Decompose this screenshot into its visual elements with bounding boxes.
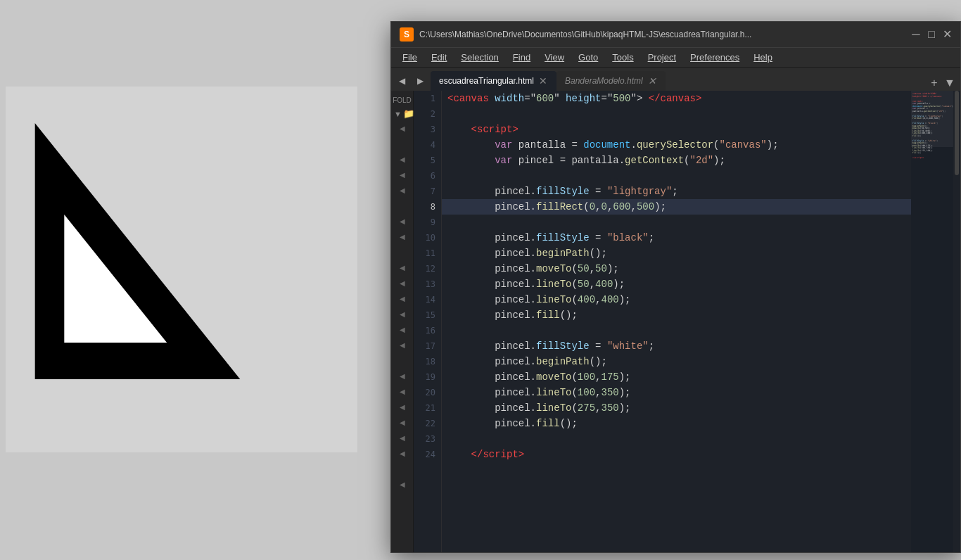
- num-175: 175: [601, 369, 618, 385]
- fold-arrow-7: ◀: [400, 213, 405, 229]
- sidebar-folder-icon[interactable]: 📁: [403, 108, 414, 119]
- fold-arrows: ◀ ◀ ◀ ◀ ◀ ◀: [400, 120, 405, 492]
- code-line-22: pincel. fill ();: [442, 416, 911, 431]
- fold-arrow-10: ◀: [400, 260, 405, 275]
- sidebar-fold-label: FOLD: [391, 94, 413, 107]
- fold-arrow-icon-14: ◀: [400, 326, 405, 333]
- tag-script-close: </script>: [471, 447, 525, 462]
- line-num-13: 13: [414, 276, 441, 292]
- attr-height: height: [566, 91, 601, 106]
- num-500: 500: [637, 199, 654, 215]
- menu-view[interactable]: View: [539, 51, 570, 64]
- minimap: <canvas width="600" height="500"> </canv…: [911, 91, 953, 552]
- line-num-3: 3: [414, 122, 441, 137]
- line-num-23: 23: [414, 431, 441, 447]
- minimize-button[interactable]: ─: [911, 30, 921, 39]
- tab-dropdown-button[interactable]: ▼: [942, 75, 957, 91]
- attr-width: width: [495, 91, 524, 106]
- code-line-13: pincel. lineTo ( 50 , 400 );: [442, 276, 911, 292]
- line-num-7: 7: [414, 184, 441, 199]
- tab-inactive-close[interactable]: ✕: [647, 76, 657, 86]
- tab-prev-button[interactable]: ◀: [394, 71, 409, 91]
- fold-arrow-icon-20: ◀: [400, 419, 405, 426]
- tab-active[interactable]: escuadreaTriangular.html ✕: [431, 71, 556, 91]
- method-lineto-2: lineTo: [536, 292, 571, 307]
- tab-add-button[interactable]: +: [927, 75, 942, 91]
- maximize-button[interactable]: □: [927, 30, 936, 39]
- code-line-2: [442, 106, 911, 122]
- fold-space-9: [400, 244, 405, 260]
- fold-arrow-17: ◀: [400, 368, 405, 383]
- menu-tools[interactable]: Tools: [606, 51, 639, 64]
- prop-fillstyle-3: fillStyle: [536, 338, 590, 354]
- menu-help[interactable]: Help: [748, 51, 778, 64]
- line-num-8: 8: [414, 199, 441, 215]
- menu-goto[interactable]: Goto: [573, 51, 604, 64]
- code-area[interactable]: <canvas width =" 600 " height =" 500 "> …: [442, 91, 911, 552]
- scrollbar-thumb[interactable]: [955, 91, 959, 175]
- vertical-scrollbar[interactable]: [953, 91, 960, 552]
- tab-bar: ◀ ▶ escuadreaTriangular.html ✕ BanderaMo…: [391, 67, 960, 91]
- fold-arrow-18: ◀: [400, 383, 405, 399]
- menu-edit[interactable]: Edit: [426, 51, 452, 64]
- num-50-3: 50: [578, 276, 590, 292]
- fold-arrow-21: ◀: [400, 430, 405, 445]
- line-num-24: 24: [414, 447, 441, 462]
- tab-inactive[interactable]: BanderaModelo.html ✕: [556, 71, 666, 91]
- val-500: 500: [613, 91, 630, 106]
- code-line-14: pincel. lineTo ( 400 , 400 );: [442, 292, 911, 307]
- line-num-9: 9: [414, 215, 441, 230]
- val-600: 600: [536, 91, 554, 106]
- menu-preferences[interactable]: Preferences: [685, 51, 745, 64]
- preview-canvas: [0, 51, 407, 509]
- line-num-1: 1: [414, 91, 441, 106]
- line-numbers-gutter: 1 2 3 4 5 6 7 8 9 10 11 12 13 14 15 16 1…: [414, 91, 442, 552]
- fold-arrow-icon-21: ◀: [400, 434, 405, 442]
- menu-project[interactable]: Project: [642, 51, 682, 64]
- num-0-2: 0: [601, 199, 606, 215]
- str-black: "black": [607, 230, 649, 246]
- tab-inactive-label: BanderaModelo.html: [565, 76, 643, 86]
- line-num-15: 15: [414, 307, 441, 323]
- code-line-19: pincel. moveTo ( 100 , 175 );: [442, 369, 911, 385]
- line-num-12: 12: [414, 261, 441, 276]
- window-title: C:\Users\Mathias\OneDrive\Documentos\Git…: [419, 30, 751, 39]
- title-bar: S C:\Users\Mathias\OneDrive\Documentos\G…: [391, 22, 960, 47]
- sublime-icon: S: [400, 27, 414, 42]
- tab-next-button[interactable]: ▶: [412, 71, 428, 91]
- method-getcontext: getContext: [625, 153, 684, 168]
- fold-arrow-icon-13: ◀: [400, 310, 405, 318]
- line-num-10: 10: [414, 230, 441, 246]
- minimap-slider[interactable]: [911, 91, 953, 147]
- fold-arrow-icon-1: ◀: [400, 125, 405, 132]
- tab-active-label: escuadreaTriangular.html: [439, 76, 534, 86]
- tab-active-close[interactable]: ✕: [538, 76, 548, 86]
- code-line-10: pincel. fillStyle = "black" ;: [442, 230, 911, 246]
- code-line-12: pincel. moveTo ( 50 , 50 );: [442, 261, 911, 276]
- fold-arrow-icon-10: ◀: [400, 264, 405, 272]
- num-50-2: 50: [595, 261, 607, 276]
- fold-arrow-4: ◀: [400, 167, 405, 182]
- fold-arrow-1: ◀: [400, 120, 405, 136]
- fold-space-23: [400, 461, 405, 476]
- method-beginpath-1: beginPath: [536, 246, 590, 261]
- close-button[interactable]: ✕: [942, 30, 952, 39]
- menu-find[interactable]: Find: [507, 51, 536, 64]
- line-num-6: 6: [414, 168, 441, 184]
- menu-file[interactable]: File: [397, 51, 423, 64]
- code-line-18: pincel. beginPath ();: [442, 354, 911, 369]
- tag-canvas-close: </canvas>: [649, 91, 702, 106]
- sidebar-collapse-icon[interactable]: ▼: [394, 110, 402, 118]
- menu-selection[interactable]: Selection: [455, 51, 504, 64]
- code-line-17: pincel. fillStyle = "white" ;: [442, 338, 911, 354]
- num-350-1: 350: [601, 385, 618, 400]
- code-line-9: [442, 215, 911, 230]
- fold-space-6: [400, 198, 405, 213]
- prop-fillstyle-2: fillStyle: [536, 230, 590, 246]
- num-350-2: 350: [601, 400, 618, 416]
- code-line-11: pincel. beginPath ();: [442, 246, 911, 261]
- sidebar-folder-row: ▼ 📁: [391, 107, 413, 120]
- code-line-20: pincel. lineTo ( 100 , 350 );: [442, 385, 911, 400]
- method-fill-2: fill: [536, 416, 560, 431]
- fold-arrow-icon-24: ◀: [400, 481, 405, 488]
